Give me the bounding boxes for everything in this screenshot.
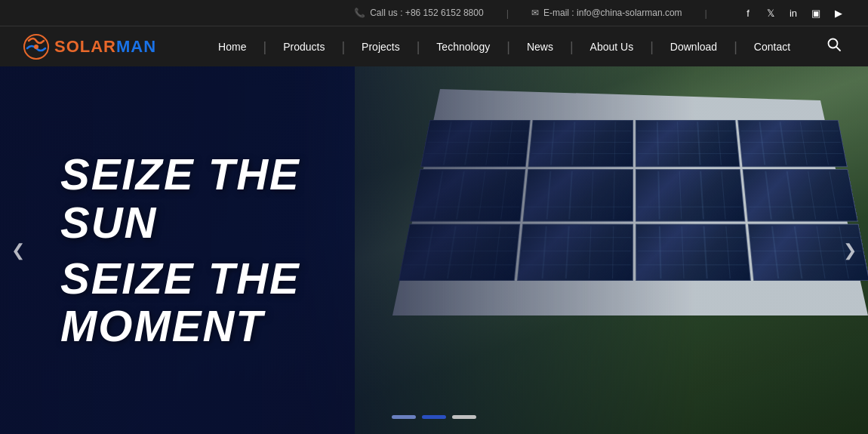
email-text: E-mail : info@china-solarman.com xyxy=(543,8,682,18)
nav-links: Home | Products | Projects | Technology … xyxy=(202,26,823,67)
hero-content: SEIZE THE SUN SEIZE THE MOMENT xyxy=(0,66,453,434)
nav-products[interactable]: Products xyxy=(266,26,341,67)
nav-projects[interactable]: Projects xyxy=(345,26,417,67)
slide-dot-1[interactable] xyxy=(392,415,416,419)
twitter-icon[interactable]: 𝕏 xyxy=(764,6,777,20)
navbar: SOLARMAN Home | Products | Projects | Te… xyxy=(0,26,868,66)
top-bar-info: 📞 Call us : +86 152 6152 8800 | ✉ E-mail… xyxy=(354,6,845,20)
social-icons: f 𝕏 in ▣ ▶ xyxy=(741,6,845,20)
logo-text: SOLARMAN xyxy=(54,37,156,57)
logo[interactable]: SOLARMAN xyxy=(23,33,156,60)
phone-info: 📞 Call us : +86 152 6152 8800 xyxy=(354,8,483,18)
phone-text: Call us : +86 152 6152 8800 xyxy=(370,8,483,18)
email-icon: ✉ xyxy=(531,8,539,18)
logo-icon xyxy=(23,33,50,60)
slide-dot-3[interactable] xyxy=(452,415,476,419)
svg-point-1 xyxy=(34,45,38,49)
youtube-icon[interactable]: ▶ xyxy=(832,6,845,20)
email-info: ✉ E-mail : info@china-solarman.com xyxy=(531,8,682,18)
info-divider-2: | xyxy=(705,8,707,19)
nav-home[interactable]: Home xyxy=(202,26,263,67)
slide-dot-2[interactable] xyxy=(422,415,446,419)
slide-dots xyxy=(392,415,476,419)
next-slide-button[interactable]: ❯ xyxy=(838,239,862,263)
nav-about[interactable]: About Us xyxy=(574,26,651,67)
nav-download[interactable]: Download xyxy=(654,26,734,67)
facebook-icon[interactable]: f xyxy=(741,6,755,20)
nav-news[interactable]: News xyxy=(510,26,570,67)
instagram-icon[interactable]: ▣ xyxy=(809,6,823,20)
nav-technology[interactable]: Technology xyxy=(420,26,506,67)
hero-section: SEIZE THE SUN SEIZE THE MOMENT ❮ ❯ xyxy=(0,66,868,434)
linkedin-icon[interactable]: in xyxy=(786,6,800,20)
phone-icon: 📞 xyxy=(354,8,365,18)
hero-line1: SEIZE THE SUN xyxy=(60,150,392,247)
prev-slide-button[interactable]: ❮ xyxy=(6,239,30,263)
nav-contact[interactable]: Contact xyxy=(737,26,807,67)
svg-line-3 xyxy=(836,47,840,51)
hero-line2: SEIZE THE MOMENT xyxy=(60,254,392,351)
search-button[interactable] xyxy=(823,33,845,60)
info-divider: | xyxy=(506,8,509,19)
top-bar: 📞 Call us : +86 152 6152 8800 | ✉ E-mail… xyxy=(0,0,868,26)
